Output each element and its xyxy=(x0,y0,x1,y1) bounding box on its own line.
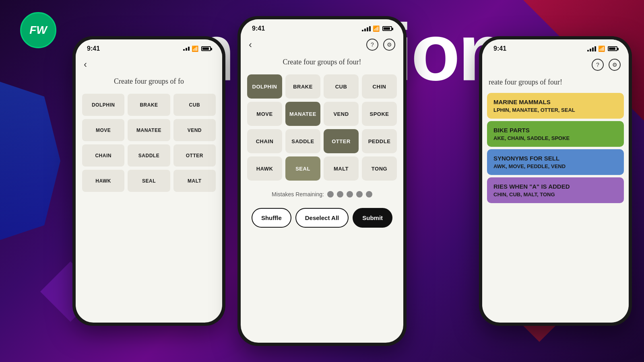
left-word-tile-brake[interactable]: BRAKE xyxy=(128,94,170,116)
left-word-tile-dolphin[interactable]: DOLPHIN xyxy=(82,94,124,116)
word-tile-chain[interactable]: CHAIN xyxy=(247,129,282,153)
left-word-tile-chain[interactable]: CHAIN xyxy=(82,144,124,167)
word-tile-dolphin[interactable]: DOLPHIN xyxy=(247,74,282,99)
word-tile-cub[interactable]: CUB xyxy=(324,74,359,99)
center-battery-fill xyxy=(384,27,390,30)
word-tile-spoke[interactable]: SPOKE xyxy=(362,102,397,126)
left-game-heading: Create four groups of fo xyxy=(76,73,222,90)
center-wifi-icon: 📶 xyxy=(373,25,380,32)
left-word-tile-seal[interactable]: SEAL xyxy=(128,170,170,192)
mistake-dot-2 xyxy=(337,191,343,197)
center-status-time: 9:41 xyxy=(252,25,265,32)
center-phone-body: 9:41 📶 ‹ ? xyxy=(237,16,407,346)
mistake-dot-4 xyxy=(356,191,363,197)
category-title-0: MARINE MAMMALS xyxy=(493,99,617,105)
word-tile-chin[interactable]: CHIN xyxy=(362,74,397,99)
center-signal-4 xyxy=(369,26,371,31)
right-nav-icons: ? ⚙ xyxy=(592,59,621,71)
right-wifi-icon: 📶 xyxy=(598,45,605,52)
fw-logo: FW xyxy=(20,12,56,48)
mistake-dot-3 xyxy=(347,191,353,197)
right-signal-1 xyxy=(587,50,589,51)
left-word-tile-move[interactable]: MOVE xyxy=(82,119,124,141)
right-status-icons: 📶 xyxy=(587,45,617,52)
center-nav-icons: ? ⚙ xyxy=(366,39,395,51)
shuffle-button[interactable]: Shuffle xyxy=(252,208,291,228)
wifi-icon: 📶 xyxy=(192,45,198,52)
settings-button[interactable]: ⚙ xyxy=(383,39,395,51)
right-signal-4 xyxy=(594,46,596,51)
word-tile-manatee[interactable]: MANATEE xyxy=(285,102,320,126)
mistake-dot-5 xyxy=(366,191,372,197)
left-word-tile-otter[interactable]: OTTER xyxy=(173,144,216,167)
category-words-3: CHIN, CUB, MALT, TONG xyxy=(493,191,617,197)
left-word-grid: DOLPHINBRAKECUBMOVEMANATEEVENDCHAINSADDL… xyxy=(76,90,222,196)
category-tile-3: RIES WHEN "A" IS ADDEDCHIN, CUB, MALT, T… xyxy=(487,177,624,203)
center-status-bar: 9:41 📶 xyxy=(241,19,403,35)
word-tile-seal[interactable]: SEAL xyxy=(285,156,320,181)
left-phone-screen: 9:41 📶 ‹ Create four groups of fo xyxy=(76,39,222,323)
left-status-time: 9:41 xyxy=(87,45,100,52)
word-tile-malt[interactable]: MALT xyxy=(324,156,359,181)
left-word-tile-manatee[interactable]: MANATEE xyxy=(128,119,170,141)
left-word-tile-cub[interactable]: CUB xyxy=(173,94,216,116)
left-word-tile-saddle[interactable]: SADDLE xyxy=(128,144,170,167)
word-tile-otter[interactable]: OTTER xyxy=(324,129,359,153)
right-help-button[interactable]: ? xyxy=(592,59,604,71)
right-settings-button[interactable]: ⚙ xyxy=(609,59,621,71)
center-signal-2 xyxy=(364,29,366,31)
right-phone: 9:41 📶 ? ⚙ xyxy=(479,36,632,326)
left-status-icons: 📶 xyxy=(183,45,211,52)
word-tile-brake[interactable]: BRAKE xyxy=(285,74,320,99)
center-signal-3 xyxy=(367,27,368,31)
right-status-time: 9:41 xyxy=(493,45,506,52)
mistakes-row: Mistakes Remaining: xyxy=(241,185,403,204)
left-word-tile-malt[interactable]: MALT xyxy=(173,170,216,192)
center-phone-screen: 9:41 📶 ‹ ? xyxy=(241,19,403,343)
word-tile-hawk[interactable]: HAWK xyxy=(247,156,282,181)
center-nav-bar: ‹ ? ⚙ xyxy=(241,35,403,54)
word-tile-move[interactable]: MOVE xyxy=(247,102,282,126)
left-word-tile-vend[interactable]: VEND xyxy=(173,119,216,141)
battery-fill xyxy=(202,47,209,50)
right-nav-bar: ? ⚙ xyxy=(482,56,629,74)
left-phone-body: 9:41 📶 ‹ Create four groups of fo xyxy=(72,36,225,326)
battery-icon xyxy=(201,46,211,51)
help-button[interactable]: ? xyxy=(366,39,378,51)
mistake-dot-1 xyxy=(327,191,334,197)
signal-bar-1 xyxy=(183,49,185,51)
left-back-button[interactable]: ‹ xyxy=(84,59,87,70)
left-phone: 9:41 📶 ‹ Create four groups of fo xyxy=(72,36,225,326)
word-tile-saddle[interactable]: SADDLE xyxy=(285,129,320,153)
submit-button[interactable]: Submit xyxy=(353,208,392,228)
right-phone-screen: 9:41 📶 ? ⚙ xyxy=(482,39,629,323)
action-buttons: Shuffle Deselect All Submit xyxy=(241,204,403,236)
category-words-1: AKE, CHAIN, SADDLE, SPOKE xyxy=(493,135,617,141)
left-word-tile-hawk[interactable]: HAWK xyxy=(82,170,124,192)
right-phone-body: 9:41 📶 ? ⚙ xyxy=(479,36,632,326)
category-title-3: RIES WHEN "A" IS ADDED xyxy=(493,183,617,190)
right-battery-icon xyxy=(608,46,617,51)
center-word-grid: DOLPHINBRAKECUBCHINMOVEMANATEEVENDSPOKEC… xyxy=(241,70,403,185)
center-back-button[interactable]: ‹ xyxy=(249,39,252,50)
left-status-bar: 9:41 📶 xyxy=(76,39,222,56)
word-tile-vend[interactable]: VEND xyxy=(324,102,359,126)
category-words-2: AWK, MOVE, PEDDLE, VEND xyxy=(493,163,617,169)
center-battery-icon xyxy=(382,26,392,31)
category-tile-0: MARINE MAMMALSLPHIN, MANATEE, OTTER, SEA… xyxy=(487,93,624,119)
bg-shape-blue-l xyxy=(0,80,60,241)
center-game-heading: Create four groups of four! xyxy=(241,54,403,70)
right-signal-3 xyxy=(592,47,594,51)
right-game-heading: reate four groups of four! xyxy=(482,74,629,90)
fw-logo-text: FW xyxy=(29,24,47,37)
category-title-1: BIKE PARTS xyxy=(493,127,617,134)
word-tile-tong[interactable]: TONG xyxy=(362,156,397,181)
center-signal-1 xyxy=(362,30,363,31)
word-tile-peddle[interactable]: PEDDLE xyxy=(362,129,397,153)
center-phone: 9:41 📶 ‹ ? xyxy=(237,16,407,346)
category-words-0: LPHIN, MANATEE, OTTER, SEAL xyxy=(493,107,617,113)
category-tile-2: SYNONYMS FOR SELLAWK, MOVE, PEDDLE, VEND xyxy=(487,149,624,175)
right-signal-2 xyxy=(590,49,591,51)
deselect-button[interactable]: Deselect All xyxy=(295,208,349,228)
center-status-icons: 📶 xyxy=(362,25,392,32)
